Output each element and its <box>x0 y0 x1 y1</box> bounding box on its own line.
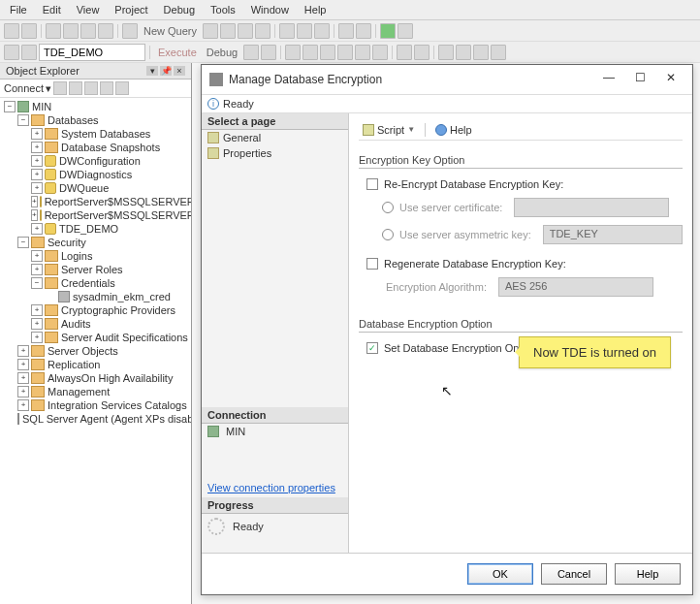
tree-dwdiag[interactable]: +DWDiagnostics <box>0 168 191 181</box>
tree-toggle-icon[interactable]: − <box>17 237 29 248</box>
connect-icon-5[interactable] <box>115 81 129 95</box>
page-general[interactable]: General <box>202 130 348 145</box>
use-cert-radio[interactable] <box>382 202 394 213</box>
execute-button[interactable]: Execute <box>154 47 201 58</box>
tree-mgmt[interactable]: +Management <box>0 385 191 398</box>
tool-g-icon[interactable] <box>21 45 37 60</box>
tool-undo-icon[interactable] <box>338 23 354 39</box>
tree-auditspecs[interactable]: +Server Audit Specifications <box>0 331 191 344</box>
maximize-button[interactable]: ☐ <box>626 71 653 88</box>
tool-nav-back-icon[interactable] <box>4 23 19 39</box>
tool-f-icon[interactable] <box>4 45 19 60</box>
tool-copy-icon[interactable] <box>297 23 312 39</box>
tree-toggle-icon[interactable]: − <box>31 277 43 289</box>
tree-serverroles[interactable]: +Server Roles <box>0 263 191 276</box>
reencrypt-checkbox[interactable] <box>366 178 378 190</box>
tree-cred1[interactable]: sysadmin_ekm_cred <box>0 290 191 303</box>
tree-tdedemo[interactable]: +TDE_DEMO <box>0 222 191 236</box>
tree-toggle-icon[interactable]: + <box>31 196 38 207</box>
tree-alwayson[interactable]: +AlwaysOn High Availability <box>0 371 191 385</box>
tree-sysdb[interactable]: +System Databases <box>0 127 191 141</box>
menu-file[interactable]: File <box>4 2 33 17</box>
tree-server[interactable]: −MIN <box>0 100 191 113</box>
tree-audits[interactable]: +Audits <box>0 317 191 331</box>
newquery-button[interactable]: New Query <box>140 25 201 37</box>
tool-indent-icon[interactable] <box>438 45 454 60</box>
tree-intsvc[interactable]: +Integration Services Catalogs <box>0 398 191 412</box>
tree-snapshots[interactable]: +Database Snapshots <box>0 141 191 154</box>
tree-toggle-icon[interactable]: + <box>17 399 29 411</box>
tool-open-icon[interactable] <box>63 23 79 39</box>
tree-toggle-icon[interactable]: + <box>31 142 43 153</box>
tool-redo-icon[interactable] <box>356 23 371 39</box>
tree-toggle-icon[interactable]: + <box>17 372 29 384</box>
help-button[interactable]: Help <box>431 122 476 138</box>
tree-toggle-icon[interactable]: + <box>17 345 29 357</box>
tool-cut-icon[interactable] <box>279 23 295 39</box>
tree-toggle-icon[interactable]: + <box>31 332 43 343</box>
menu-project[interactable]: Project <box>109 2 153 17</box>
regen-checkbox[interactable] <box>366 258 378 270</box>
tree-toggle-icon[interactable]: + <box>31 264 43 275</box>
tree-toggle-icon[interactable]: + <box>31 304 43 316</box>
menu-help[interactable]: Help <box>299 2 333 17</box>
tree-toggle-icon[interactable]: + <box>31 182 43 194</box>
use-asym-radio[interactable] <box>382 229 394 240</box>
tool-h-icon[interactable] <box>285 45 301 60</box>
menu-window[interactable]: Window <box>245 2 295 17</box>
tool-saveall-icon[interactable] <box>98 23 113 39</box>
tool-o-icon[interactable] <box>414 45 430 60</box>
tool-c-icon[interactable] <box>238 23 253 39</box>
tool-outdent-icon[interactable] <box>456 45 471 60</box>
tool-play-icon[interactable] <box>380 23 396 39</box>
connect-label[interactable]: Connect <box>4 82 44 94</box>
tree-toggle-icon[interactable]: + <box>31 250 43 262</box>
menu-debug[interactable]: Debug <box>158 2 201 17</box>
tool-paste-icon[interactable] <box>314 23 330 39</box>
debug-button[interactable]: Debug <box>203 47 241 58</box>
set-encryption-checkbox[interactable] <box>366 342 378 354</box>
tree-rpt2[interactable]: +ReportServer$MSSQLSERVER <box>0 208 191 222</box>
minimize-button[interactable]: — <box>595 71 622 88</box>
menu-view[interactable]: View <box>71 2 106 17</box>
close-button[interactable]: ✕ <box>657 71 684 88</box>
tool-l-icon[interactable] <box>355 45 370 60</box>
cancel-button[interactable]: Cancel <box>541 563 607 585</box>
tree-toggle-icon[interactable]: − <box>4 101 16 112</box>
connect-icon-1[interactable] <box>53 81 67 95</box>
tree-security[interactable]: −Security <box>0 236 191 249</box>
tree-dwqueue[interactable]: +DWQueue <box>0 181 191 195</box>
tool-i-icon[interactable] <box>302 45 318 60</box>
tool-uncomment-icon[interactable] <box>491 45 506 60</box>
tool-n-icon[interactable] <box>397 45 412 60</box>
panel-pin-icon[interactable]: 📌 <box>160 66 172 76</box>
tool-nav-fwd-icon[interactable] <box>21 23 37 39</box>
tree-replication[interactable]: +Replication <box>0 358 191 371</box>
help-button-footer[interactable]: Help <box>615 563 681 585</box>
database-combo[interactable] <box>39 44 145 61</box>
tree-credentials[interactable]: −Credentials <box>0 276 191 290</box>
menu-tools[interactable]: Tools <box>205 2 241 17</box>
tree-toggle-icon[interactable]: + <box>31 223 43 235</box>
tree-toggle-icon[interactable]: + <box>17 359 29 370</box>
tree-rpt1[interactable]: +ReportServer$MSSQLSERVER <box>0 195 191 208</box>
dialog-title-bar[interactable]: Manage Database Encryption — ☐ ✕ <box>202 65 692 95</box>
tree-toggle-icon[interactable]: + <box>31 169 43 180</box>
tool-new-icon[interactable] <box>46 23 61 39</box>
ok-button[interactable]: OK <box>467 563 533 585</box>
view-connection-link[interactable]: View connection properties <box>202 478 348 497</box>
tree-databases[interactable]: −Databases <box>0 113 191 127</box>
tool-comment-icon[interactable] <box>473 45 489 60</box>
tool-parse-icon[interactable] <box>261 45 276 60</box>
tree-logins[interactable]: +Logins <box>0 249 191 263</box>
tool-j-icon[interactable] <box>320 45 335 60</box>
tool-m-icon[interactable] <box>372 45 388 60</box>
tree-agent[interactable]: SQL Server Agent (Agent XPs disabl <box>0 412 191 426</box>
page-properties[interactable]: Properties <box>202 145 348 161</box>
panel-close-icon[interactable]: × <box>174 66 185 76</box>
connect-icon-3[interactable] <box>84 81 98 95</box>
tree-toggle-icon[interactable]: + <box>17 386 29 397</box>
tree-serverobj[interactable]: +Server Objects <box>0 344 191 358</box>
tool-d-icon[interactable] <box>255 23 270 39</box>
connect-icon-2[interactable] <box>69 81 82 95</box>
